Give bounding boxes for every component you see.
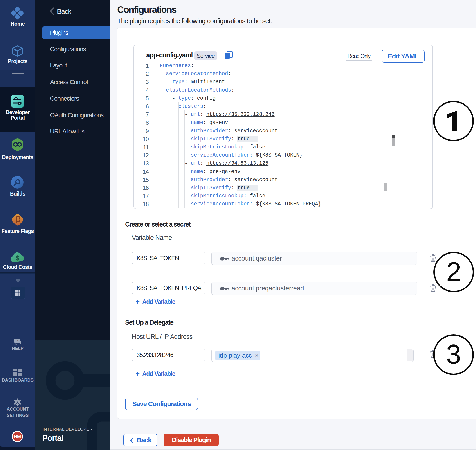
svg-text:$: $ [16,254,20,262]
svg-text:?: ? [16,339,18,343]
